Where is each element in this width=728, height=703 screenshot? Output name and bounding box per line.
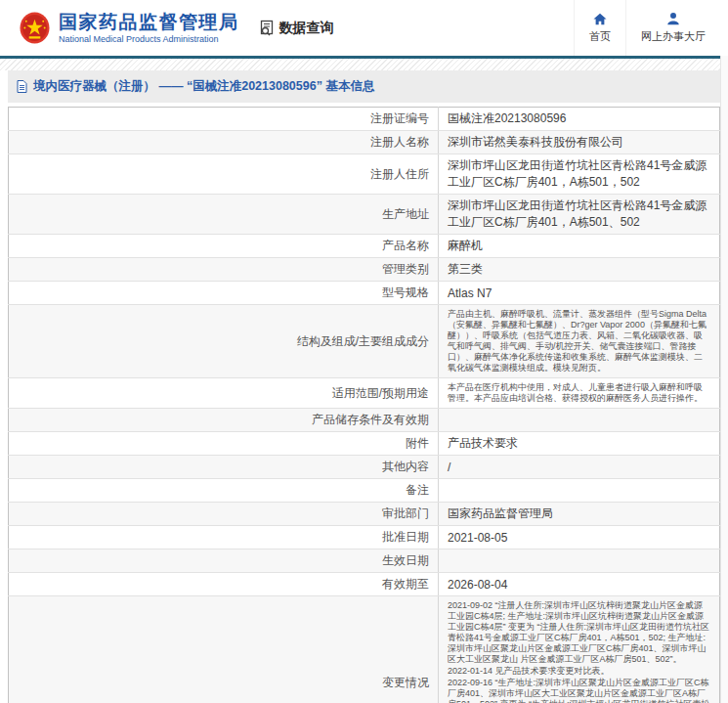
- data-query-label: 数据查询: [279, 20, 334, 37]
- row-value: /: [439, 456, 720, 479]
- brand-text: 国家药品监督管理局 National Medical Products Admi…: [59, 12, 239, 44]
- nav-item-home[interactable]: 首页: [574, 0, 625, 56]
- row-value: 麻醉机: [439, 235, 720, 258]
- person-icon: [666, 12, 680, 25]
- row-value: Atlas N7: [439, 282, 720, 305]
- row-value: [439, 549, 720, 573]
- data-query-tab[interactable]: 数据查询: [259, 20, 334, 37]
- row-label: 注册人住所: [9, 154, 439, 195]
- table-row: 注册证编号国械注准20213080596: [9, 108, 720, 131]
- table-row: 生效日期: [9, 549, 720, 573]
- row-label: 结构及组成/主要组成成分: [9, 305, 439, 378]
- row-value: [439, 479, 720, 503]
- table-row: 适用范围/预期用途本产品在医疗机构中使用，对成人、儿童患者进行吸入麻醉和呼吸管理…: [9, 378, 720, 409]
- table-row: 备注: [9, 479, 720, 503]
- row-value: 深圳市坪山区龙田街道竹坑社区青松路41号金威源工业厂区C栋厂房401，A栋501…: [439, 154, 720, 195]
- table-row: 其他内容/: [9, 456, 720, 479]
- vertical-scrollbar[interactable]: [720, 56, 728, 703]
- row-label: 有效期至: [9, 573, 439, 596]
- home-icon: [593, 13, 607, 25]
- row-label: 注册人名称: [9, 131, 439, 154]
- table-row: 附件产品技术要求: [9, 432, 720, 456]
- table-row: 生产地址深圳市坪山区龙田街道竹坑社区青松路41号金威源工业厂区C栋厂房401，A…: [9, 195, 720, 235]
- row-value: [439, 409, 720, 432]
- row-label: 批准日期: [9, 526, 439, 549]
- row-label: 管理类别: [9, 258, 439, 282]
- row-label: 适用范围/预期用途: [9, 378, 439, 409]
- value-paragraph: 2022-09-16 “生产地址:深圳市坪山区聚龙山片区金威源工业厂区C栋厂房4…: [448, 678, 710, 703]
- org-name-en: National Medical Products Administration: [59, 34, 239, 44]
- row-value: 深圳市坪山区龙田街道竹坑社区青松路41号金威源工业厂区C栋厂房401，A栋501…: [439, 195, 720, 235]
- row-label: 产品名称: [9, 235, 439, 258]
- row-label: 附件: [9, 432, 439, 456]
- doc-search-icon: [259, 20, 276, 36]
- page-header: 国家药品监督管理局 National Medical Products Admi…: [0, 0, 728, 56]
- nav-home-label: 首页: [589, 29, 611, 44]
- row-label: 生效日期: [9, 549, 439, 573]
- table-row: 型号规格Atlas N7: [9, 282, 720, 305]
- main-content: 注册证编号国械注准20213080596注册人名称深圳市诺然美泰科技股份有限公司…: [8, 107, 720, 703]
- document-icon: [17, 80, 27, 93]
- value-paragraph: 产品由主机、麻醉呼吸机、流量计、蒸发器组件（型号Sigma Delta（安氟醚、…: [448, 309, 710, 373]
- row-value: 产品由主机、麻醉呼吸机、流量计、蒸发器组件（型号Sigma Delta（安氟醚、…: [439, 305, 720, 378]
- row-value: 2021-08-05: [439, 526, 720, 549]
- row-value: 本产品在医疗机构中使用，对成人、儿童患者进行吸入麻醉和呼吸管理。本产品应由培训合…: [439, 378, 720, 409]
- table-row: 管理类别第三类: [9, 258, 720, 282]
- table-row: 产品名称麻醉机: [9, 235, 720, 258]
- header-nav: 首页 网上办事大厅: [574, 0, 720, 56]
- row-label: 备注: [9, 479, 439, 503]
- row-label: 审批部门: [9, 503, 439, 526]
- row-label: 变更情况: [9, 596, 439, 703]
- row-value: 国械注准20213080596: [439, 108, 720, 131]
- table-row: 产品储存条件及有效期: [9, 409, 720, 432]
- table-row: 审批部门国家药品监督管理局: [9, 503, 720, 526]
- page-title: 境内医疗器械（注册） —— “国械注准20213080596” 基本信息: [33, 78, 374, 95]
- value-paragraph: 2022-01-14 见产品技术要求变更对比表。: [448, 666, 710, 677]
- registration-info-table: 注册证编号国械注准20213080596注册人名称深圳市诺然美泰科技股份有限公司…: [8, 107, 720, 703]
- table-row: 有效期至2026-08-04: [9, 573, 720, 596]
- row-label: 型号规格: [9, 282, 439, 305]
- row-value: 国家药品监督管理局: [439, 503, 720, 526]
- row-value: 2021-09-02 “注册人住所:深圳市坪山区坑梓街道聚龙山片区金威源工业园C…: [439, 596, 720, 703]
- row-label: 其他内容: [9, 456, 439, 479]
- table-row: 变更情况2021-09-02 “注册人住所:深圳市坪山区坑梓街道聚龙山片区金威源…: [9, 596, 720, 703]
- table-row: 结构及组成/主要组成成分产品由主机、麻醉呼吸机、流量计、蒸发器组件（型号Sigm…: [9, 305, 720, 378]
- table-row: 注册人住所深圳市坪山区龙田街道竹坑社区青松路41号金威源工业厂区C栋厂房401，…: [9, 154, 720, 195]
- page-title-bar: 境内医疗器械（注册） —— “国械注准20213080596” 基本信息: [8, 70, 720, 103]
- value-paragraph: 本产品在医疗机构中使用，对成人、儿童患者进行吸入麻醉和呼吸管理。本产品应由培训合…: [448, 382, 710, 404]
- nav-item-service-hall[interactable]: 网上办事大厅: [625, 0, 720, 56]
- info-table-body: 注册证编号国械注准20213080596注册人名称深圳市诺然美泰科技股份有限公司…: [9, 108, 720, 703]
- brand-logo[interactable]: 国家药品监督管理局 National Medical Products Admi…: [20, 12, 239, 44]
- row-label: 生产地址: [9, 195, 439, 235]
- value-paragraph: 2021-09-02 “注册人住所:深圳市坪山区坑梓街道聚龙山片区金威源工业园C…: [448, 600, 710, 665]
- nav-service-hall-label: 网上办事大厅: [641, 29, 706, 44]
- hatched-strip: [0, 59, 728, 70]
- row-label: 注册证编号: [9, 108, 439, 131]
- national-emblem-icon: [20, 12, 50, 44]
- row-value: 第三类: [439, 258, 720, 282]
- org-name-cn: 国家药品监督管理局: [59, 12, 239, 32]
- table-row: 注册人名称深圳市诺然美泰科技股份有限公司: [9, 131, 720, 154]
- row-value: 2026-08-04: [439, 573, 720, 596]
- table-row: 批准日期2021-08-05: [9, 526, 720, 549]
- row-value: 产品技术要求: [439, 432, 720, 456]
- row-label: 产品储存条件及有效期: [9, 409, 439, 432]
- row-value: 深圳市诺然美泰科技股份有限公司: [439, 131, 720, 154]
